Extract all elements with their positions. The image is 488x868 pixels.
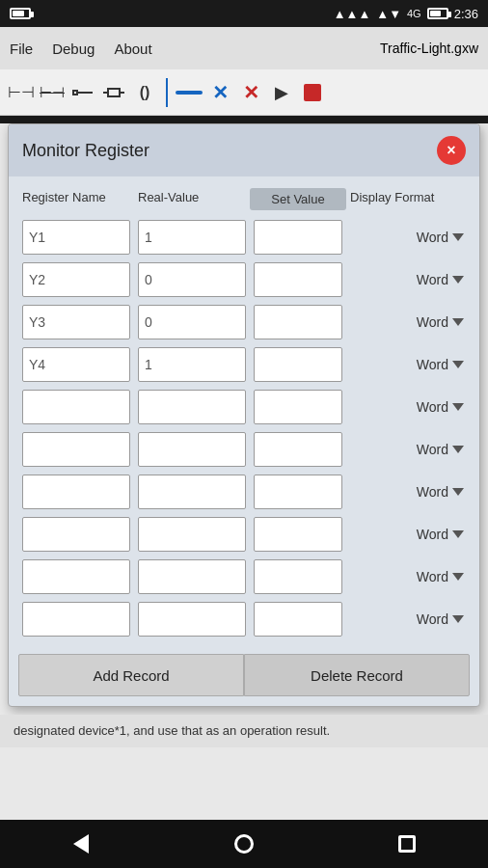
word-arrow-6 [452,488,464,496]
set-val-input-2[interactable] [254,305,342,339]
bottom-hint-text: designated device*1, and use that as an … [0,715,488,747]
status-left [10,8,328,19]
word-arrow-2 [452,318,464,326]
reg-name-input-8[interactable] [22,559,130,594]
ladder2-icon[interactable]: ⊢⊣ [39,79,66,106]
add-record-button[interactable]: Add Record [18,654,244,696]
back-icon [73,834,89,854]
format-8[interactable]: Word [346,569,470,584]
set-val-input-8[interactable] [254,559,342,594]
nav-bar [0,820,488,868]
reg-name-input-9[interactable] [22,602,130,637]
word-arrow-3 [452,361,464,368]
word-arrow-8 [452,573,464,581]
word-arrow-7 [452,530,464,538]
set-val-input-1[interactable] [254,262,342,297]
table-row: Word [18,473,470,511]
screen-bg: Monitor Register × Register Name Real-Va… [0,123,488,827]
dash-icon[interactable] [176,79,203,106]
reg-name-input-1[interactable] [22,262,130,297]
table-row: Word [18,600,470,638]
real-val-input-4[interactable] [138,390,246,424]
reg-name-input-4[interactable] [22,390,130,424]
reg-name-0 [18,218,134,257]
set-val-input-3[interactable] [254,347,342,382]
real-val-input-7[interactable] [138,517,246,552]
col-display-format: Display Format [346,188,470,210]
recents-button[interactable] [388,825,426,863]
ladder1-icon[interactable]: ⊢⊣ [8,79,35,106]
word-label-8: Word [417,569,448,584]
set-val-input-5[interactable] [254,432,342,467]
x-blue-icon[interactable]: ✕ [206,79,233,106]
reg-name-input-5[interactable] [22,432,130,467]
set-val-0 [250,218,346,257]
network-icon: 4G [407,8,421,19]
reg-name-input-2[interactable] [22,305,130,339]
menu-file[interactable]: File [10,41,33,57]
table-row: Word [18,260,470,299]
format-9[interactable]: Word [346,611,470,627]
set-val-input-0[interactable] [254,220,342,255]
format-4[interactable]: Word [346,399,470,415]
word-label-3: Word [417,357,448,372]
table-row: Word [18,430,470,469]
home-button[interactable] [225,825,263,863]
menu-about[interactable]: About [114,41,151,57]
format-7[interactable]: Word [346,527,470,542]
word-label-9: Word [417,611,448,627]
set-val-input-7[interactable] [254,517,342,552]
format-6[interactable]: Word [346,484,470,500]
reg-name-input-3[interactable] [22,347,130,382]
word-label-4: Word [417,399,448,415]
real-val-input-5[interactable] [138,432,246,467]
format-0[interactable]: Word [346,230,470,245]
time-display: 2:36 [454,7,478,21]
real-val-input-1[interactable] [138,262,246,297]
word-arrow-9 [452,615,464,623]
set-val-input-9[interactable] [254,602,342,637]
app-bar: File Debug About Traffic-Light.gxw [0,27,488,69]
table-row: Word [18,345,470,384]
col-real-value: Real-Value [134,188,250,210]
back-button[interactable] [62,825,100,863]
real-val-input-6[interactable] [138,475,246,509]
svg-rect-3 [108,89,120,96]
format-3[interactable]: Word [346,357,470,372]
real-val-input-2[interactable] [138,305,246,339]
status-bar: ▲▲▲ ▲▼ 4G 2:36 [0,0,488,27]
ladder3-icon[interactable] [69,79,96,106]
battery-icon [427,8,448,19]
app-title: Traffic-Light.gxw [380,41,478,56]
dialog-table: Register Name Real-Value Set Value Displ… [9,176,479,650]
contact-icon[interactable]: () [131,79,158,106]
format-1[interactable]: Word [346,272,470,287]
word-arrow-1 [452,276,464,284]
set-val-input-4[interactable] [254,390,342,424]
reg-name-input-0[interactable] [22,220,130,255]
reg-name-input-7[interactable] [22,517,130,552]
stop-icon[interactable] [299,79,326,106]
real-val-input-0[interactable] [138,220,246,255]
word-label-2: Word [417,314,448,330]
real-val-0 [134,218,250,257]
table-header: Register Name Real-Value Set Value Displ… [18,184,470,214]
table-row: Word [18,388,470,426]
word-label-0: Word [417,230,448,245]
x-red-icon[interactable]: ✕ [237,79,264,106]
real-val-input-3[interactable] [138,347,246,382]
menu-debug[interactable]: Debug [52,41,95,57]
play-icon[interactable]: ▶ [268,79,295,106]
real-val-input-9[interactable] [138,602,246,637]
real-val-input-8[interactable] [138,559,246,594]
table-row: Word [18,218,470,257]
ladder4-icon[interactable] [100,79,127,106]
format-2[interactable]: Word [346,314,470,330]
dialog-title: Monitor Register [22,141,149,161]
format-5[interactable]: Word [346,442,470,457]
close-button[interactable]: × [437,136,466,165]
set-val-input-6[interactable] [254,475,342,509]
delete-record-button[interactable]: Delete Record [244,654,470,696]
svg-rect-0 [73,91,77,95]
reg-name-input-6[interactable] [22,475,130,509]
